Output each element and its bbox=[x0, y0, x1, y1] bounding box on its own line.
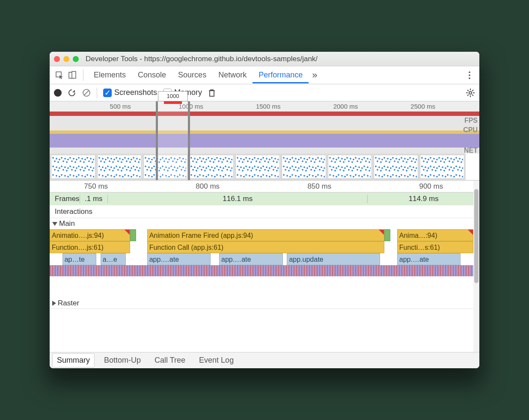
svg-point-3 bbox=[469, 71, 470, 73]
memory-checkbox[interactable]: Memory bbox=[163, 88, 202, 97]
overview-net-row: NET bbox=[50, 148, 479, 154]
flame-bar[interactable]: a…e bbox=[101, 253, 126, 265]
svg-point-8 bbox=[469, 92, 472, 94]
window-title: Developer Tools - https://googlechrome.g… bbox=[86, 55, 318, 63]
title-bar[interactable]: Developer Tools - https://googlechrome.g… bbox=[50, 52, 479, 66]
device-toolbar-icon[interactable] bbox=[66, 69, 79, 82]
svg-line-7 bbox=[84, 90, 89, 95]
raster-track-header[interactable]: Raster bbox=[50, 298, 479, 309]
trash-icon[interactable] bbox=[208, 89, 216, 97]
flame-bar[interactable]: Function….js:61) bbox=[50, 241, 130, 253]
chevron-down-icon bbox=[52, 222, 57, 226]
filmstrip-frame[interactable] bbox=[282, 155, 326, 179]
overview-fps-row: FPS bbox=[50, 116, 479, 125]
tab-event-log[interactable]: Event Log bbox=[195, 354, 238, 367]
main-label: Main bbox=[59, 219, 75, 228]
interactions-track[interactable]: Interactions bbox=[50, 205, 479, 218]
more-tabs-icon[interactable]: » bbox=[309, 68, 321, 83]
screenshots-filmstrip[interactable] bbox=[50, 154, 466, 180]
reload-icon[interactable] bbox=[68, 89, 76, 97]
svg-line-15 bbox=[467, 95, 469, 96]
flame-bar[interactable]: app.update bbox=[287, 253, 380, 265]
clear-icon[interactable] bbox=[82, 89, 91, 97]
ruler-tick: 1000 ms bbox=[178, 103, 203, 110]
filmstrip-frame[interactable] bbox=[374, 155, 418, 179]
tab-console[interactable]: Console bbox=[132, 67, 172, 83]
settings-gear-icon[interactable] bbox=[466, 88, 475, 98]
filmstrip-frame[interactable] bbox=[328, 155, 372, 179]
frame-cell[interactable]: .1 ms bbox=[80, 195, 107, 203]
frame-cell[interactable]: 116.1 ms bbox=[107, 195, 367, 203]
filmstrip-frame[interactable] bbox=[143, 155, 188, 179]
svg-point-5 bbox=[469, 77, 470, 79]
frame-cell[interactable]: 114.9 ms bbox=[367, 195, 479, 203]
chevron-right-icon bbox=[52, 301, 56, 306]
performance-toolbar: ✓ Screenshots Memory bbox=[50, 84, 479, 101]
filmstrip-frame[interactable] bbox=[189, 155, 234, 179]
tab-network[interactable]: Network bbox=[212, 67, 253, 83]
flame-bar[interactable]: app.…ate bbox=[397, 253, 461, 265]
filmstrip-frame[interactable] bbox=[97, 155, 142, 179]
interactions-label: Interactions bbox=[50, 207, 92, 216]
scrollbar-thumb[interactable] bbox=[474, 189, 478, 283]
cpu-label: CPU bbox=[463, 126, 478, 134]
filmstrip-frame[interactable] bbox=[235, 155, 280, 179]
zoom-window-icon[interactable] bbox=[73, 56, 79, 62]
minimize-window-icon[interactable] bbox=[63, 56, 69, 62]
ruler-tick: 500 ms bbox=[110, 103, 131, 110]
svg-rect-2 bbox=[72, 71, 76, 78]
overview-ruler[interactable]: 500 ms 1000 ms 1500 ms 2000 ms 2500 ms bbox=[50, 101, 479, 112]
window-controls bbox=[54, 56, 79, 62]
ruler-tick: 2500 ms bbox=[410, 103, 435, 110]
flame-bar[interactable]: Function Call (app.js:61) bbox=[147, 241, 384, 253]
main-track-header[interactable]: Main bbox=[50, 218, 479, 229]
flame-bar[interactable] bbox=[130, 229, 136, 241]
raster-label: Raster bbox=[58, 299, 79, 308]
details-tabstrip: Summary Bottom-Up Call Tree Event Log bbox=[50, 352, 479, 368]
tab-call-tree[interactable]: Call Tree bbox=[150, 354, 190, 367]
memory-label: Memory bbox=[174, 88, 202, 97]
filmstrip-frame[interactable] bbox=[51, 155, 95, 179]
svg-line-16 bbox=[472, 90, 473, 91]
ruler-tick: 750 ms bbox=[84, 182, 108, 191]
inspect-element-icon[interactable] bbox=[53, 69, 66, 82]
ruler-tick: 1500 ms bbox=[256, 103, 281, 110]
frames-track[interactable]: Frames .1 ms 116.1 ms 114.9 ms bbox=[50, 192, 479, 205]
main-flamechart[interactable]: Animatio….js:94)Animation Frame Fired (a… bbox=[50, 229, 479, 298]
checkbox-unchecked-icon bbox=[163, 89, 172, 97]
flame-bar[interactable]: Anima…:94) bbox=[397, 229, 473, 241]
tab-summary[interactable]: Summary bbox=[52, 353, 95, 367]
screenshots-label: Screenshots bbox=[114, 88, 157, 97]
flamechart-detail: 750 ms 800 ms 850 ms 900 ms Frames .1 ms… bbox=[50, 180, 479, 352]
flame-bar[interactable]: Animatio….js:94) bbox=[50, 229, 130, 241]
tab-bottom-up[interactable]: Bottom-Up bbox=[100, 354, 145, 367]
ruler-tick: 800 ms bbox=[196, 182, 220, 191]
flame-bar[interactable]: Functi…s:61) bbox=[397, 241, 473, 253]
filmstrip-frame[interactable] bbox=[420, 155, 464, 179]
flame-bar[interactable]: app.…ate bbox=[147, 253, 211, 265]
flame-activity-row[interactable] bbox=[50, 265, 473, 276]
checkbox-checked-icon: ✓ bbox=[103, 89, 112, 97]
net-label: NET bbox=[464, 147, 478, 154]
svg-point-4 bbox=[469, 74, 470, 76]
flame-bar[interactable]: app.…ate bbox=[219, 253, 283, 265]
svg-line-13 bbox=[467, 90, 469, 91]
overview-fps-bar bbox=[50, 112, 479, 116]
ruler-tick: 900 ms bbox=[419, 182, 443, 191]
devtools-window: Developer Tools - https://googlechrome.g… bbox=[50, 52, 479, 368]
close-window-icon[interactable] bbox=[54, 56, 60, 62]
flame-bar[interactable]: Animation Frame Fired (app.js:94) bbox=[147, 229, 384, 241]
timeline-overview[interactable]: 500 ms 1000 ms 1500 ms 2000 ms 2500 ms F… bbox=[50, 101, 479, 180]
tab-sources[interactable]: Sources bbox=[172, 67, 212, 83]
kebab-menu-icon[interactable] bbox=[463, 69, 476, 82]
record-button[interactable] bbox=[54, 89, 62, 97]
detail-ruler[interactable]: 750 ms 800 ms 850 ms 900 ms bbox=[50, 180, 479, 192]
tab-elements[interactable]: Elements bbox=[88, 67, 132, 83]
tab-performance[interactable]: Performance bbox=[253, 67, 309, 83]
fps-label: FPS bbox=[464, 117, 478, 124]
frames-label: Frames bbox=[50, 195, 80, 203]
vertical-scrollbar[interactable] bbox=[473, 180, 479, 352]
flame-bar[interactable]: ap…te bbox=[62, 253, 96, 265]
flame-bar[interactable] bbox=[384, 229, 390, 241]
screenshots-checkbox[interactable]: ✓ Screenshots bbox=[103, 88, 157, 97]
